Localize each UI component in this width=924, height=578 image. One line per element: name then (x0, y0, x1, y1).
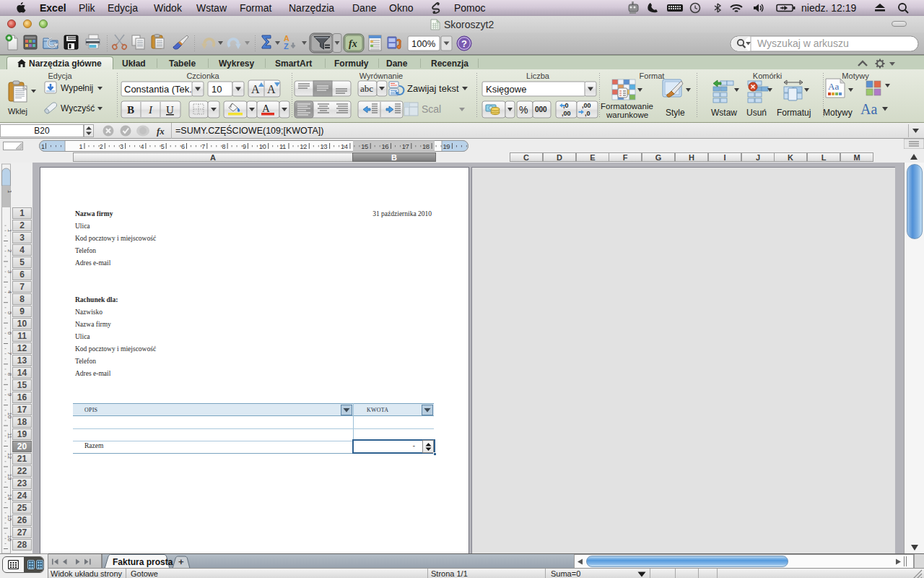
svg-text:12: 12 (300, 143, 307, 150)
svg-text:B: B (127, 104, 134, 116)
svg-text:19: 19 (443, 143, 450, 150)
svg-text:17: 17 (402, 143, 409, 150)
svg-text:15: 15 (361, 143, 368, 150)
svg-text:1: 1 (6, 190, 12, 193)
svg-text:I: I (148, 104, 153, 116)
svg-text:9: 9 (243, 143, 246, 150)
svg-text:14: 14 (341, 143, 348, 150)
svg-text:Wklej: Wklej (8, 107, 27, 116)
svg-text:5: 5 (6, 311, 12, 314)
svg-text:Wyszukaj w arkuszu: Wyszukaj w arkuszu (757, 38, 849, 49)
svg-text:9: 9 (6, 393, 12, 396)
svg-text:warunkowe: warunkowe (606, 111, 648, 119)
svg-text:A: A (251, 83, 260, 95)
svg-text:,0: ,0 (585, 110, 590, 117)
svg-text:Aa: Aa (860, 101, 877, 117)
svg-text:11: 11 (6, 433, 12, 439)
svg-text:8: 8 (6, 373, 12, 376)
svg-text:6: 6 (6, 332, 12, 335)
svg-text:1: 1 (41, 143, 45, 150)
svg-text:3: 3 (120, 143, 123, 150)
svg-text:000: 000 (535, 105, 547, 113)
svg-text:Zawijaj tekst: Zawijaj tekst (407, 83, 459, 94)
svg-text:2: 2 (100, 143, 103, 150)
svg-text:3: 3 (6, 270, 12, 273)
svg-text:Formatuj: Formatuj (777, 108, 811, 118)
svg-text:Wstaw: Wstaw (711, 108, 737, 118)
svg-text:15: 15 (6, 515, 12, 521)
svg-text:4: 4 (6, 290, 12, 293)
svg-text:Motywy: Motywy (823, 108, 853, 118)
svg-text:fx: fx (349, 38, 357, 49)
svg-text:?: ? (461, 38, 467, 49)
svg-text:10: 10 (6, 413, 12, 418)
svg-text:14: 14 (6, 494, 12, 500)
svg-text:fx: fx (157, 126, 165, 137)
svg-text:Style: Style (666, 108, 685, 118)
svg-text:,00: ,00 (562, 110, 571, 117)
svg-text:,00: ,00 (582, 102, 591, 109)
svg-text:%: % (519, 104, 528, 116)
svg-text:10: 10 (212, 84, 222, 95)
svg-text:abc: abc (360, 83, 373, 94)
svg-text:Księgowe: Księgowe (486, 84, 526, 95)
svg-text:12: 12 (6, 453, 12, 459)
svg-text:1: 1 (6, 229, 12, 232)
svg-text:Scal: Scal (422, 103, 441, 115)
svg-text:Usuń: Usuń (746, 108, 767, 118)
svg-text:6: 6 (181, 143, 185, 150)
svg-text:A: A (262, 103, 270, 114)
svg-text:Formatowanie: Formatowanie (601, 102, 653, 111)
svg-text:11: 11 (279, 143, 286, 150)
svg-text:5: 5 (161, 143, 165, 150)
svg-text:100%: 100% (411, 38, 436, 49)
svg-text:Wypełnij: Wypełnij (61, 83, 93, 93)
svg-text:1: 1 (79, 143, 83, 150)
svg-text:4: 4 (140, 143, 144, 150)
svg-text:13: 13 (6, 474, 12, 480)
svg-text:16: 16 (6, 535, 12, 541)
svg-text:16: 16 (382, 143, 389, 150)
svg-text:U: U (166, 104, 174, 116)
svg-text:Wyczyść: Wyczyść (61, 103, 95, 113)
svg-text:Z: Z (284, 42, 289, 51)
svg-text:7: 7 (6, 352, 12, 355)
svg-text:10: 10 (259, 143, 266, 150)
svg-text:Faktura prosta: Faktura prosta (113, 557, 173, 567)
svg-text:13: 13 (321, 143, 328, 150)
svg-text:8: 8 (222, 143, 226, 150)
svg-text:2: 2 (6, 249, 12, 252)
svg-text:18: 18 (422, 143, 430, 150)
svg-text:Aa: Aa (828, 81, 839, 92)
svg-text:7: 7 (201, 143, 205, 150)
svg-text:+: + (178, 556, 184, 567)
svg-text:Constantia (Tek...: Constantia (Tek... (124, 84, 197, 95)
svg-text:A: A (267, 83, 276, 95)
